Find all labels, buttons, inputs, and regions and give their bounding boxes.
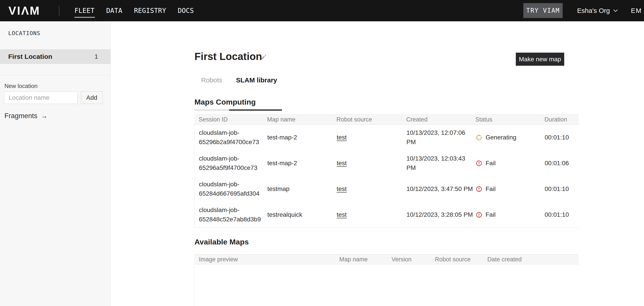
table-row: cloudslam-job-65284d667695afd304 testmap… xyxy=(195,176,579,202)
status-cell: Fail xyxy=(476,185,496,193)
duration-cell: 00:01:06 xyxy=(545,160,569,167)
main-content: First Location Make new map Robots SLAM … xyxy=(111,21,644,306)
table-row: cloudslam-job-652848c52e7ab8d3b9 testrea… xyxy=(195,202,579,228)
org-name: Esha's Org xyxy=(577,7,610,14)
col-robot-source: Robot source xyxy=(336,116,372,123)
org-switcher[interactable]: Esha's Org xyxy=(577,0,618,21)
col-session-id: Session ID xyxy=(199,116,228,123)
col-created: Created xyxy=(406,116,428,123)
nav-link-docs[interactable]: DOCS xyxy=(178,0,194,21)
make-new-map-button[interactable]: Make new map xyxy=(516,53,564,66)
nav-divider xyxy=(59,6,59,15)
fragments-label: Fragments xyxy=(4,112,37,120)
duration-cell: 00:01:10 xyxy=(545,211,569,218)
session-id-cell: cloudslam-job-65284d667695afd304 xyxy=(199,180,264,198)
tab-robots[interactable]: Robots xyxy=(201,76,222,84)
robot-source-link[interactable]: test xyxy=(337,160,347,167)
col-version: Version xyxy=(392,256,412,263)
col-map-name: Map name xyxy=(267,116,296,123)
maps-computing-heading: Maps Computing xyxy=(194,98,256,106)
viam-logo[interactable]: VIΛM xyxy=(8,0,40,21)
robot-source-link[interactable]: test xyxy=(337,211,347,218)
tab-slam-library[interactable]: SLAM library xyxy=(236,76,277,84)
table-row: cloudslam-job-65296b2a9f4700ce73 test-ma… xyxy=(195,125,579,150)
chevron-down-icon xyxy=(613,8,618,13)
col-duration: Duration xyxy=(544,116,567,123)
status-cell: Fail xyxy=(476,211,496,218)
session-id-cell: cloudslam-job-652848c52e7ab8d3b9 xyxy=(199,205,264,224)
try-viam-button[interactable]: TRY VIAM xyxy=(523,3,563,18)
new-location-label: New location xyxy=(4,83,38,89)
available-maps-heading: Available Maps xyxy=(194,238,249,246)
maps-computing-header-row: Session ID Map name Robot source Created… xyxy=(194,114,579,125)
map-name-cell: test-map-2 xyxy=(267,160,297,167)
available-maps-body xyxy=(194,265,579,306)
col-date-created: Date created xyxy=(487,256,522,263)
sidebar-item-first-location[interactable]: First Location 1 xyxy=(0,49,110,64)
session-id-cell: cloudslam-job-65296a5f9f4700ce73 xyxy=(199,154,264,173)
user-initials[interactable]: EM xyxy=(631,0,642,21)
map-name-cell: testmap xyxy=(267,185,290,193)
map-name-cell: testrealquick xyxy=(267,211,302,218)
nav-link-data[interactable]: DATA xyxy=(106,0,122,21)
new-location-input[interactable] xyxy=(4,91,78,104)
fail-alert-icon xyxy=(476,186,482,193)
location-name: First Location xyxy=(8,53,52,60)
map-name-cell: test-map-2 xyxy=(267,134,297,141)
status-label: Generating xyxy=(486,134,516,141)
generating-spinner-icon xyxy=(476,134,482,141)
created-cell: 10/12/2023, 3:28:05 PM xyxy=(406,210,473,219)
col-robot-source: Robot source xyxy=(435,256,471,263)
table-row: cloudslam-job-65296a5f9f4700ce73 test-ma… xyxy=(195,150,579,176)
status-label: Fail xyxy=(486,185,496,193)
duration-cell: 00:01:10 xyxy=(545,134,569,141)
arrow-right-icon: → xyxy=(41,112,48,120)
created-cell: 10/12/2023, 3:47:50 PM xyxy=(406,184,473,194)
maps-computing-table: Session ID Map name Robot source Created… xyxy=(194,114,579,228)
fleet-active-underline xyxy=(74,17,95,18)
col-map-name: Map name xyxy=(339,256,368,263)
location-robot-count: 1 xyxy=(94,53,98,60)
status-cell: Generating xyxy=(476,134,516,141)
robot-source-link[interactable]: test xyxy=(337,185,347,192)
locations-sidebar: LOCATIONS First Location 1 New location … xyxy=(0,21,111,306)
status-cell: Fail xyxy=(476,160,496,167)
available-maps-header-row: Image preview Map name Version Robot sou… xyxy=(194,254,579,265)
add-location-button[interactable]: Add xyxy=(81,91,103,104)
status-label: Fail xyxy=(486,211,496,218)
fail-alert-icon xyxy=(476,160,482,167)
robot-source-link[interactable]: test xyxy=(337,134,347,141)
sidebar-divider xyxy=(0,75,110,75)
session-id-cell: cloudslam-job-65296b2a9f4700ce73 xyxy=(199,128,264,147)
status-label: Fail xyxy=(486,160,496,167)
fail-alert-icon xyxy=(476,211,482,218)
available-maps-table: Image preview Map name Version Robot sou… xyxy=(194,254,579,306)
page-title: First Location xyxy=(194,50,262,62)
maps-computing-body: cloudslam-job-65296b2a9f4700ce73 test-ma… xyxy=(194,125,579,228)
nav-link-fleet[interactable]: FLEET xyxy=(74,0,94,21)
nav-link-registry[interactable]: REGISTRY xyxy=(134,0,166,21)
fragments-link[interactable]: Fragments → xyxy=(4,112,48,120)
top-nav: VIΛM FLEET DATA REGISTRY DOCS TRY VIAM E… xyxy=(0,0,644,21)
col-image-preview: Image preview xyxy=(199,256,238,263)
col-status: Status xyxy=(475,116,492,123)
duration-cell: 00:01:10 xyxy=(545,185,569,193)
edit-pencil-icon[interactable] xyxy=(260,54,267,60)
created-cell: 10/13/2023, 12:07:06 PM xyxy=(406,128,473,147)
tab-active-underline xyxy=(229,109,282,111)
locations-heading: LOCATIONS xyxy=(8,30,40,36)
created-cell: 10/13/2023, 12:03:43 PM xyxy=(406,154,473,173)
